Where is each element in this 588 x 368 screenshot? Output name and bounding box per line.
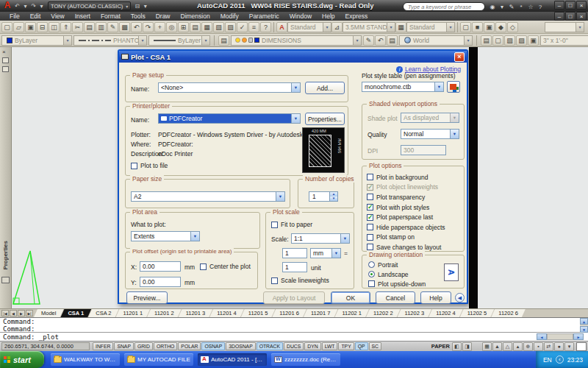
status-toggle[interactable]: TPY — [338, 342, 354, 350]
copies-spinner[interactable]: 1 ▲▼ — [309, 191, 338, 202]
redo-list-icon[interactable]: ↷ — [143, 22, 154, 32]
infocenter-search-input[interactable] — [403, 2, 485, 11]
table-style-dropdown[interactable]: Standard — [406, 22, 455, 32]
preview-button[interactable]: Preview... — [126, 291, 168, 304]
language-indicator[interactable]: EN — [543, 356, 552, 364]
portrait-radio[interactable]: Portrait — [368, 260, 426, 269]
palette-autohide-icon[interactable] — [2, 57, 9, 63]
viewport-box-icon[interactable]: ▢ — [460, 22, 471, 32]
tool-palettes-icon[interactable]: ▧ — [213, 22, 224, 32]
plot-option-checkbox[interactable]: Plot transparency — [367, 192, 462, 202]
plot-option-checkbox[interactable]: Plot in background — [367, 172, 462, 183]
quick-view-drawings-icon[interactable]: ◨ — [462, 342, 472, 351]
materials-icon[interactable]: ◇ — [507, 22, 518, 32]
publish-icon[interactable]: ⇑ — [60, 22, 71, 32]
palette-close-icon[interactable]: × — [2, 49, 6, 55]
add-page-setup-button[interactable]: Add... — [305, 82, 345, 94]
subscription-center-icon[interactable]: * — [517, 1, 526, 12]
match-properties-icon[interactable]: ✎ — [107, 22, 118, 32]
start-button[interactable]: start — [0, 351, 44, 368]
annotation-scale-icon[interactable]: ▲ — [492, 342, 502, 351]
taskbar-task[interactable]: MY AUTOCAD FILE — [124, 353, 193, 366]
prev-tab-icon[interactable]: ◀ — [10, 310, 17, 316]
layer-previous-icon[interactable]: ↶ — [375, 35, 386, 46]
scale-numerator-field[interactable]: 1 — [282, 248, 307, 258]
menu-item[interactable]: View — [46, 12, 69, 21]
quick-view-layouts-icon[interactable]: ◧ — [452, 342, 462, 351]
plot-option-checkbox[interactable]: Plot stamp on — [367, 233, 462, 243]
first-tab-icon[interactable]: |◀ — [1, 310, 9, 316]
redo-dropdown-icon[interactable]: ▾ — [37, 1, 46, 11]
layer-dropdown[interactable]: DIMENSIONS — [231, 35, 362, 46]
menu-item[interactable]: Format — [96, 12, 126, 21]
clock[interactable]: 23:23 — [567, 356, 583, 364]
status-toggle[interactable]: POLAR — [178, 342, 201, 350]
dialog-close-icon[interactable]: × — [454, 52, 465, 62]
layer-properties-icon[interactable]: ▤ — [218, 35, 229, 46]
layout-tab[interactable]: 11201 2 — [147, 309, 182, 317]
open-icon[interactable]: ▱ — [13, 22, 24, 32]
landscape-radio[interactable]: Landscape — [368, 269, 426, 279]
toolbar-lock-icon[interactable]: ▪ — [534, 342, 543, 351]
empty-style-dropdown[interactable] — [545, 22, 584, 32]
new-viewport-icon[interactable]: ▢ — [492, 35, 503, 46]
menu-item[interactable]: Draw — [151, 12, 176, 21]
plot-option-checkbox[interactable]: Plot with plot styles — [367, 202, 462, 213]
page-setup-name-dropdown[interactable]: <None> — [158, 82, 301, 93]
layout-tab[interactable]: 11202 6 — [491, 309, 526, 317]
color-dropdown[interactable]: ByLayer — [1, 35, 72, 46]
tray-collapse-icon[interactable]: ‹ — [556, 355, 564, 364]
status-toggle[interactable]: DUCS — [284, 342, 304, 350]
plot-dialog-titlebar[interactable]: Plot - CSA 1 × — [119, 51, 467, 63]
zoom-realtime-icon[interactable]: ◎ — [166, 22, 177, 32]
new-icon[interactable]: ▢ — [1, 22, 12, 32]
layout-tab[interactable]: 11201 7 — [304, 309, 338, 317]
taskbar-task[interactable]: zzzzzzzz.doc (Read-... — [271, 353, 340, 366]
undo-icon[interactable]: ↶ — [13, 1, 21, 11]
plot-quick-icon[interactable]: ⊟ — [133, 1, 141, 11]
layout-tab[interactable]: 11202 1 — [334, 309, 369, 317]
layout-tab[interactable]: 11201 1 — [116, 309, 151, 317]
layout-tab[interactable]: Model — [34, 309, 63, 317]
search-icon[interactable]: ◉ — [488, 1, 497, 12]
clip-viewport-icon[interactable]: ▨ — [516, 35, 527, 46]
scale-unit-dropdown[interactable]: mm — [310, 248, 341, 258]
layout-tab[interactable]: 11202 4 — [429, 309, 463, 317]
last-tab-icon[interactable]: ▶| — [26, 310, 33, 316]
layout-tab[interactable]: 11201 3 — [179, 309, 213, 317]
mdi-close-icon[interactable]: × — [576, 12, 587, 21]
restore-icon[interactable]: □ — [565, 1, 576, 10]
menu-item[interactable]: Window — [284, 12, 317, 21]
communication-center-icon[interactable]: ✎ — [507, 1, 516, 12]
render-icon[interactable]: ◆ — [495, 22, 506, 32]
plot-option-checkbox[interactable]: Plot object lineweights — [367, 183, 462, 193]
layout-tab[interactable]: 11201 6 — [272, 309, 306, 317]
undo-list-icon[interactable]: ↶ — [131, 22, 142, 32]
scale-lineweights-checkbox[interactable]: Scale lineweights — [271, 277, 329, 284]
fit-to-paper-checkbox[interactable]: Fit to paper — [271, 221, 312, 228]
workspace-dropdown[interactable]: TONY (AUTOCAD CLASSIC) — [48, 1, 131, 10]
layout-tab[interactable]: 11202 3 — [398, 309, 432, 317]
edit-plot-style-button[interactable] — [447, 81, 460, 93]
maximize-viewport-icon[interactable]: ▦ — [482, 342, 492, 351]
properties-palette-icon[interactable]: ▤ — [190, 22, 201, 32]
command-prompt[interactable]: Command: _plot — [0, 333, 59, 341]
status-toggle[interactable]: LWT — [322, 342, 338, 350]
close-icon[interactable]: × — [576, 1, 587, 10]
menu-item[interactable]: Dimension — [176, 12, 215, 21]
layout-tab[interactable]: 11201 4 — [209, 309, 244, 317]
polygonal-viewport-icon[interactable]: ▧ — [504, 35, 515, 46]
redo-icon[interactable]: ↷ — [29, 1, 37, 11]
paste-icon[interactable]: ▥ — [96, 22, 107, 32]
workspace-switching-icon[interactable]: ⊕ — [523, 342, 533, 351]
scale-dropdown[interactable]: 1:1 — [291, 233, 350, 244]
quickcalc-icon[interactable]: ≡ — [248, 22, 259, 32]
what-to-plot-dropdown[interactable]: Extents — [131, 231, 200, 241]
plot-option-checkbox[interactable]: Plot paperspace last — [367, 212, 462, 222]
offset-y-field[interactable]: 0.00 — [140, 277, 181, 287]
status-arrows-icon[interactable]: ⇄ — [544, 342, 553, 351]
text-style-icon[interactable]: A — [276, 22, 287, 32]
layout-tab[interactable]: 11202 2 — [366, 309, 401, 317]
qat-menu-icon[interactable]: ▾ — [141, 1, 149, 11]
annotation-auto-icon[interactable]: ▴ — [513, 342, 523, 351]
